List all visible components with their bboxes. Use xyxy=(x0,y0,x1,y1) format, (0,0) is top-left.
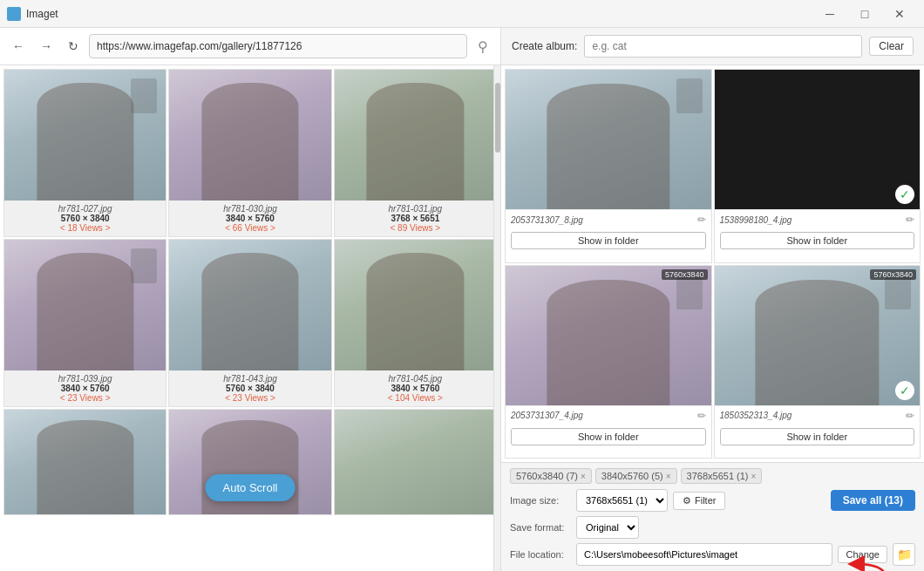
check-icon: ✓ xyxy=(895,185,914,204)
downloaded-image xyxy=(506,70,711,209)
edit-icon[interactable]: ✏ xyxy=(697,410,706,422)
album-bar: Create album: Clear xyxy=(501,28,924,65)
downloaded-item: ✓ 1538998180_4.jpg ✏ Show in folder xyxy=(714,69,921,263)
auto-scroll-button[interactable]: Auto Scroll xyxy=(206,474,296,501)
folder-browse-button[interactable]: 📁 xyxy=(893,543,915,566)
dl-filename: 1538998180_4.jpg xyxy=(720,215,792,225)
gallery-item[interactable]: hr781-030.jpg 3840 × 5760 < 66 Views > xyxy=(168,69,331,237)
file-location-row: File location: Change 📁 xyxy=(510,543,915,566)
image-dims-badge: 5760x3840 xyxy=(662,269,708,280)
downloaded-image: 5760x3840 ✓ xyxy=(715,266,921,405)
right-panel: 2053731307_8.jpg ✏ Show in folder ✓ 1538… xyxy=(501,65,924,571)
clear-button[interactable]: Clear xyxy=(869,37,914,56)
gallery-item[interactable]: hr781-039.jpg 3840 × 5760 < 23 Views > xyxy=(3,239,166,407)
filter-icon: ⚙ xyxy=(683,495,691,506)
size-tag-2[interactable]: 3768x5651 (1) × xyxy=(681,468,763,484)
gallery-item-views: < 23 Views > xyxy=(10,393,160,403)
size-tag-remove[interactable]: × xyxy=(581,472,586,481)
downloaded-item: 5760x3840 2053731307_4.jpg ✏ Show in fol… xyxy=(505,265,712,459)
size-tag-label: 3768x5651 (1) xyxy=(687,471,749,481)
bottom-controls: 5760x3840 (7) × 3840x5760 (5) × 3768x565… xyxy=(501,462,924,571)
forward-button[interactable]: → xyxy=(35,36,58,57)
gallery-item-dims: 3768 × 5651 xyxy=(340,214,491,223)
save-all-button[interactable]: Save all (13) xyxy=(831,490,915,511)
size-tag-remove[interactable]: × xyxy=(751,472,757,481)
bookmark-button[interactable]: ⚲ xyxy=(472,37,493,57)
back-button[interactable]: ← xyxy=(7,36,30,57)
folder-icon: 📁 xyxy=(897,547,912,561)
size-tag-0[interactable]: 5760x3840 (7) × xyxy=(510,468,592,484)
downloaded-grid: 2053731307_8.jpg ✏ Show in folder ✓ 1538… xyxy=(501,65,924,462)
gallery-panel: hr781-027.jpg 5760 × 3840 < 18 Views > h… xyxy=(0,65,501,571)
file-location-label: File location: xyxy=(510,549,571,560)
gallery-item-name: hr781-039.jpg xyxy=(10,374,160,384)
maximize-button[interactable]: □ xyxy=(847,0,882,28)
album-input[interactable] xyxy=(584,35,862,58)
gallery-item-name: hr781-030.jpg xyxy=(174,204,325,214)
show-in-folder-button[interactable]: Show in folder xyxy=(720,428,915,445)
dl-filename: 2053731307_8.jpg xyxy=(511,215,583,225)
size-tag-1[interactable]: 3840x5760 (5) × xyxy=(595,468,677,484)
downloaded-item: 5760x3840 ✓ 1850352313_4.jpg ✏ Show in f… xyxy=(714,265,921,459)
gallery-grid: hr781-027.jpg 5760 × 3840 < 18 Views > h… xyxy=(0,65,500,519)
gallery-item-views: < 18 Views > xyxy=(10,223,160,233)
gallery-item-name: hr781-027.jpg xyxy=(10,204,160,214)
title-bar-controls: ─ □ ✕ xyxy=(812,0,917,28)
save-format-row: Save format: Original JPG PNG WEBP xyxy=(510,516,915,539)
size-tags: 5760x3840 (7) × 3840x5760 (5) × 3768x565… xyxy=(510,468,915,484)
app-icon xyxy=(7,7,21,21)
file-location-input[interactable] xyxy=(576,543,832,566)
url-input[interactable] xyxy=(89,34,467,58)
size-tag-label: 3840x5760 (5) xyxy=(601,471,663,481)
filter-label: Filter xyxy=(695,495,716,506)
app-title: Imaget xyxy=(26,8,58,20)
gallery-item[interactable]: hr781-027.jpg 5760 × 3840 < 18 Views > xyxy=(3,69,166,237)
title-bar-left: Imaget xyxy=(7,7,58,21)
title-bar: Imaget ─ □ ✕ xyxy=(0,0,924,28)
gallery-item-dims: 3840 × 5760 xyxy=(174,214,325,223)
image-dims-badge: 5760x3840 xyxy=(870,269,916,280)
scrollbar[interactable] xyxy=(493,65,500,571)
gallery-item[interactable]: hr781-043.jpg 5760 × 3840 < 23 Views > xyxy=(168,239,331,407)
address-bar: ← → ↻ ⚲ xyxy=(0,28,501,65)
gallery-item-views: < 66 Views > xyxy=(174,223,325,233)
downloaded-image: 5760x3840 xyxy=(506,266,711,405)
show-in-folder-button[interactable]: Show in folder xyxy=(511,232,706,249)
gallery-item-name: hr781-031.jpg xyxy=(340,204,491,214)
gallery-item[interactable]: hr781-045.jpg 3840 × 5760 < 104 Views > xyxy=(334,239,497,407)
album-label: Create album: xyxy=(512,40,577,52)
image-size-label: Image size: xyxy=(510,495,571,506)
gallery-item-dims: 5760 × 3840 xyxy=(10,214,160,223)
gallery-item-views: < 104 Views > xyxy=(340,393,491,403)
save-format-label: Save format: xyxy=(510,522,571,533)
gallery-item[interactable]: hr781-031.jpg 3768 × 5651 < 89 Views > xyxy=(334,69,497,237)
edit-icon[interactable]: ✏ xyxy=(697,214,706,226)
save-format-select[interactable]: Original JPG PNG WEBP xyxy=(576,516,639,539)
gallery-item-dims: 3840 × 5760 xyxy=(10,384,160,393)
gallery-item-views: < 89 Views > xyxy=(340,223,491,233)
gallery-item-views: < 23 Views > xyxy=(174,393,325,403)
image-size-row: Image size: 3768x5651 (1) 5760x3840 (7) … xyxy=(510,489,915,512)
gallery-item[interactable] xyxy=(3,409,166,515)
edit-icon[interactable]: ✏ xyxy=(906,214,914,226)
gallery-item-dims: 5760 × 3840 xyxy=(174,384,325,393)
refresh-button[interactable]: ↻ xyxy=(63,36,84,57)
downloaded-item: 2053731307_8.jpg ✏ Show in folder xyxy=(505,69,712,263)
minimize-button[interactable]: ─ xyxy=(812,0,847,28)
close-button[interactable]: ✕ xyxy=(882,0,917,28)
size-tag-remove[interactable]: × xyxy=(666,472,671,481)
image-size-select[interactable]: 3768x5651 (1) 5760x3840 (7) 3840x5760 (5… xyxy=(576,489,668,512)
downloaded-image: ✓ xyxy=(715,70,921,209)
arrow-indicator xyxy=(839,555,891,571)
check-icon: ✓ xyxy=(895,381,914,400)
dl-filename: 1850352313_4.jpg xyxy=(720,411,792,420)
filter-button[interactable]: ⚙ Filter xyxy=(673,492,725,510)
dl-filename: 2053731307_4.jpg xyxy=(511,411,583,420)
gallery-item-dims: 3840 × 5760 xyxy=(340,384,491,393)
show-in-folder-button[interactable]: Show in folder xyxy=(720,232,915,249)
edit-icon[interactable]: ✏ xyxy=(906,410,914,422)
show-in-folder-button[interactable]: Show in folder xyxy=(511,428,706,445)
gallery-item-name: hr781-045.jpg xyxy=(340,374,491,384)
gallery-item[interactable] xyxy=(334,409,497,515)
gallery-item-name: hr781-043.jpg xyxy=(174,374,325,384)
